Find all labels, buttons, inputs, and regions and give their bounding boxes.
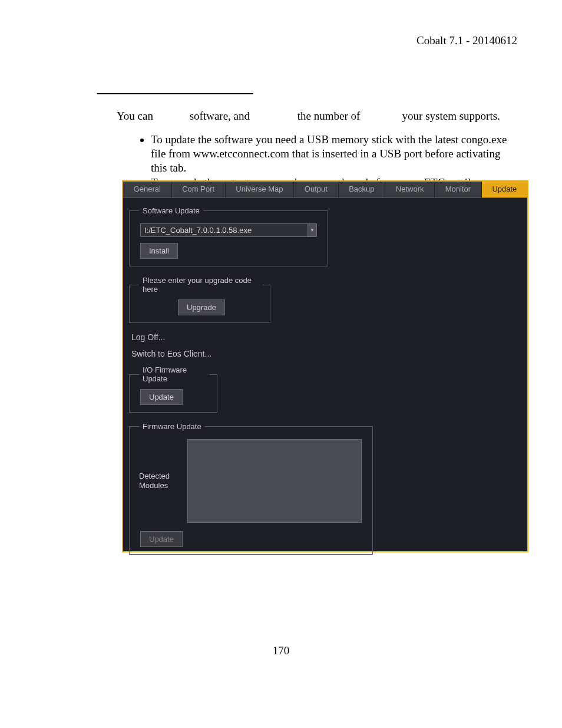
switch-eos-link[interactable]: Switch to Eos Client... <box>131 349 521 358</box>
group-firmware-update: Firmware Update Detected Modules Update <box>129 422 373 555</box>
group-software-update: Software Update I:/ETC_Cobalt_7.0.0.1.0.… <box>129 206 328 266</box>
chevron-down-icon: ▼ <box>310 228 315 233</box>
group-upgrade-code: Please enter your upgrade code here Upgr… <box>129 276 270 323</box>
tab-backup[interactable]: Backup <box>339 182 386 197</box>
page-number: 170 <box>0 644 562 657</box>
firmware-update-button[interactable]: Update <box>140 531 183 547</box>
upgrade-button[interactable]: Upgrade <box>178 299 225 315</box>
tab-update[interactable]: Update <box>482 182 527 197</box>
detected-modules-label: Detected Modules <box>139 472 180 490</box>
section-rule <box>97 93 253 94</box>
page-header: Cobalt 7.1 - 20140612 <box>416 34 517 47</box>
app-window: General Com Port Universe Map Output Bac… <box>122 180 528 552</box>
tab-network[interactable]: Network <box>385 182 435 197</box>
io-update-button[interactable]: Update <box>140 389 183 405</box>
tab-output[interactable]: Output <box>294 182 338 197</box>
tab-com-port[interactable]: Com Port <box>172 182 226 197</box>
software-path-dropdown-button[interactable]: ▼ <box>308 223 317 237</box>
group-upgrade-legend: Please enter your upgrade code here <box>139 276 263 294</box>
software-path-combo[interactable]: I:/ETC_Cobalt_7.0.0.1.0.58.exe ▼ <box>140 223 317 237</box>
bullet-item: To update the software you need a USB me… <box>151 133 515 174</box>
install-button[interactable]: Install <box>140 243 178 259</box>
group-io-firmware: I/O Firmware Update Update <box>129 365 217 413</box>
group-io-legend: I/O Firmware Update <box>139 365 210 383</box>
detected-modules-list[interactable] <box>187 439 362 523</box>
software-path-input[interactable]: I:/ETC_Cobalt_7.0.0.1.0.58.exe <box>140 223 308 237</box>
group-firmware-legend: Firmware Update <box>139 422 205 431</box>
log-off-link[interactable]: Log Off... <box>131 332 521 342</box>
tab-bar: General Com Port Universe Map Output Bac… <box>123 182 527 198</box>
tab-universe-map[interactable]: Universe Map <box>226 182 294 197</box>
group-software-legend: Software Update <box>139 206 203 215</box>
tab-monitor[interactable]: Monitor <box>435 182 482 197</box>
tab-general[interactable]: General <box>123 182 172 197</box>
intro-text: You can software, and the number of your… <box>117 110 515 123</box>
panel-body: Software Update I:/ETC_Cobalt_7.0.0.1.0.… <box>123 198 527 570</box>
